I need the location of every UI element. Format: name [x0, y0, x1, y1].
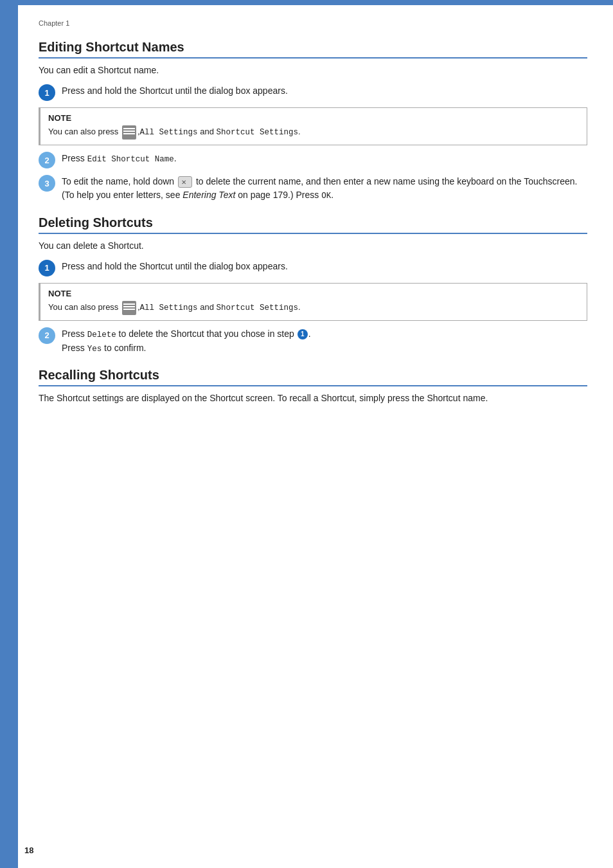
step-number-1-deleting: 1	[39, 260, 55, 276]
step-text-2-editing: Press Edit Shortcut Name.	[62, 152, 177, 166]
step-number-1-editing: 1	[39, 84, 55, 101]
bottom-accent-bar	[0, 842, 18, 868]
step-ref-1-deleting: 1	[298, 329, 308, 339]
note-box-editing: NOTE You can also press ,All Settings an…	[39, 107, 587, 145]
step-2-deleting: 2 Press Delete to delete the Shortcut th…	[39, 327, 587, 356]
page-number: 18	[24, 845, 33, 855]
step-text-2-deleting: Press Delete to delete the Shortcut that…	[62, 327, 311, 356]
section-heading-recalling: Recalling Shortcuts	[39, 368, 587, 386]
step-3-editing: 3 To edit the name, hold down to delete …	[39, 175, 587, 203]
step-text-3-editing: To edit the name, hold down to delete th…	[62, 175, 587, 203]
section-editing-shortcut-names: Editing Shortcut Names You can edit a Sh…	[39, 40, 587, 203]
step-number-3-editing: 3	[39, 175, 55, 192]
note-content-editing: You can also press ,All Settings and Sho…	[48, 125, 579, 140]
section-heading-deleting: Deleting Shortcuts	[39, 215, 587, 234]
section-deleting-shortcuts: Deleting Shortcuts You can delete a Shor…	[39, 215, 587, 356]
note-title-deleting: NOTE	[48, 289, 579, 298]
breadcrumb: Chapter 1	[39, 19, 587, 27]
top-bar	[18, 0, 613, 5]
menu-icon-deleting	[122, 301, 136, 315]
left-accent-bar	[0, 0, 18, 868]
section-recalling-shortcuts: Recalling Shortcuts The Shortcut setting…	[39, 368, 587, 403]
section-intro-recalling: The Shortcut settings are displayed on t…	[39, 393, 587, 403]
step-number-2-deleting: 2	[39, 327, 55, 344]
note-title-editing: NOTE	[48, 113, 579, 123]
menu-icon-editing	[122, 125, 136, 140]
note-content-deleting: You can also press ,All Settings and Sho…	[48, 301, 579, 315]
step-1-editing: 1 Press and hold the Shortcut until the …	[39, 84, 587, 101]
section-intro-editing: You can edit a Shortcut name.	[39, 65, 587, 75]
section-heading-editing: Editing Shortcut Names	[39, 40, 587, 59]
note-box-deleting: NOTE You can also press ,All Settings an…	[39, 283, 587, 321]
step-number-2-editing: 2	[39, 152, 55, 168]
step-text-1-editing: Press and hold the Shortcut until the di…	[62, 84, 288, 98]
section-intro-deleting: You can delete a Shortcut.	[39, 240, 587, 251]
step-2-editing: 2 Press Edit Shortcut Name.	[39, 152, 587, 168]
step-1-deleting: 1 Press and hold the Shortcut until the …	[39, 260, 587, 276]
step-text-1-deleting: Press and hold the Shortcut until the di…	[62, 260, 288, 273]
backspace-icon	[178, 176, 192, 188]
